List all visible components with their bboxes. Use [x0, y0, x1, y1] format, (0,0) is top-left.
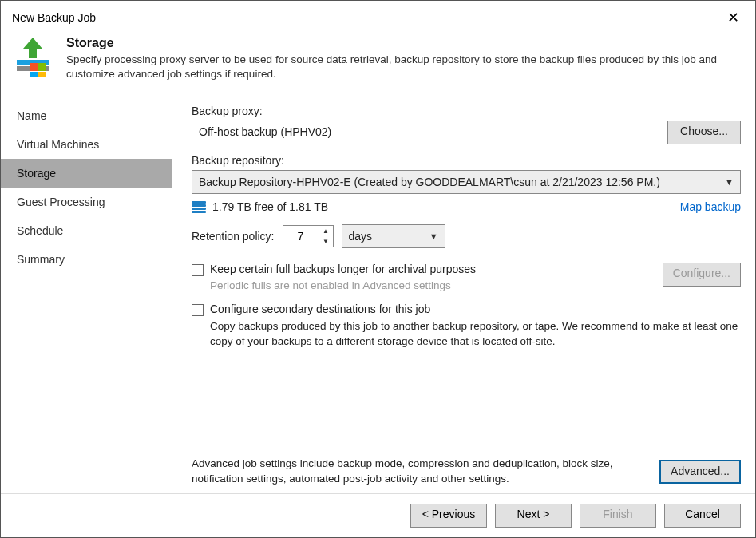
keep-fulls-label: Keep certain full backups longer for arc…	[210, 263, 476, 275]
next-button[interactable]: Next >	[495, 504, 572, 528]
choose-proxy-button[interactable]: Choose...	[667, 121, 741, 144]
backup-repository-label: Backup repository:	[192, 154, 741, 167]
dialog-window: New Backup Job ✕ Storage Specify process…	[0, 0, 756, 538]
secondary-dest-checkbox[interactable]	[192, 304, 204, 316]
retention-value-input[interactable]	[283, 226, 319, 247]
sidebar-item-schedule[interactable]: Schedule	[1, 216, 172, 245]
advanced-button[interactable]: Advanced...	[659, 460, 741, 484]
cancel-button[interactable]: Cancel	[664, 504, 741, 528]
svg-rect-3	[38, 63, 46, 71]
secondary-dest-description: Copy backups produced by this job to ano…	[210, 319, 741, 350]
header-texts: Storage Specify processing proxy server …	[66, 36, 744, 81]
advanced-settings-description: Advanced job settings include backup mod…	[192, 457, 645, 487]
close-icon[interactable]: ✕	[721, 7, 746, 28]
keep-fulls-hint: Periodic fulls are not enabled in Advanc…	[210, 279, 655, 291]
svg-rect-2	[30, 63, 38, 71]
keep-fulls-checkbox[interactable]	[192, 264, 204, 276]
retention-unit-value: days	[349, 230, 373, 243]
finish-button: Finish	[580, 504, 656, 528]
chevron-down-icon: ▼	[429, 231, 438, 241]
footer: < Previous Next > Finish Cancel	[1, 493, 755, 537]
sidebar-item-name[interactable]: Name	[1, 101, 172, 130]
backup-proxy-field[interactable]: Off-host backup (HPHV02)	[192, 121, 659, 144]
retention-unit-dropdown[interactable]: days ▼	[342, 224, 445, 248]
free-space-text: 1.79 TB free of 1.81 TB	[212, 200, 680, 213]
svg-rect-4	[30, 72, 38, 77]
sidebar-item-guest-processing[interactable]: Guest Processing	[1, 188, 172, 216]
chevron-down-icon: ▼	[725, 177, 734, 187]
body: Name Virtual Machines Storage Guest Proc…	[1, 93, 755, 493]
stepper-up-icon[interactable]: ▲	[319, 226, 333, 236]
backup-repository-value: Backup Repository-HPHV02-E (Created by G…	[199, 176, 660, 188]
sidebar-item-storage[interactable]: Storage	[1, 159, 172, 188]
svg-rect-5	[38, 72, 46, 77]
backup-repository-dropdown[interactable]: Backup Repository-HPHV02-E (Created by G…	[192, 170, 741, 194]
wizard-sidebar: Name Virtual Machines Storage Guest Proc…	[1, 93, 172, 493]
map-backup-link[interactable]: Map backup	[680, 200, 741, 213]
retention-value-stepper[interactable]: ▲ ▼	[283, 225, 334, 247]
storage-wizard-icon	[12, 36, 53, 77]
disk-icon	[192, 201, 206, 213]
secondary-dest-label: Configure secondary destinations for thi…	[210, 303, 430, 315]
header: Storage Specify processing proxy server …	[1, 31, 755, 93]
titlebar: New Backup Job ✕	[1, 1, 755, 31]
window-title: New Backup Job	[12, 11, 96, 24]
sidebar-item-summary[interactable]: Summary	[1, 245, 172, 274]
page-title: Storage	[66, 36, 744, 50]
sidebar-item-virtual-machines[interactable]: Virtual Machines	[1, 130, 172, 159]
stepper-down-icon[interactable]: ▼	[319, 236, 333, 247]
content-pane: Backup proxy: Off-host backup (HPHV02) C…	[172, 93, 755, 493]
backup-proxy-label: Backup proxy:	[192, 105, 741, 117]
retention-policy-label: Retention policy:	[192, 230, 275, 243]
configure-fulls-button: Configure...	[663, 263, 741, 287]
previous-button[interactable]: < Previous	[410, 504, 487, 528]
page-description: Specify processing proxy server to be us…	[66, 53, 744, 81]
